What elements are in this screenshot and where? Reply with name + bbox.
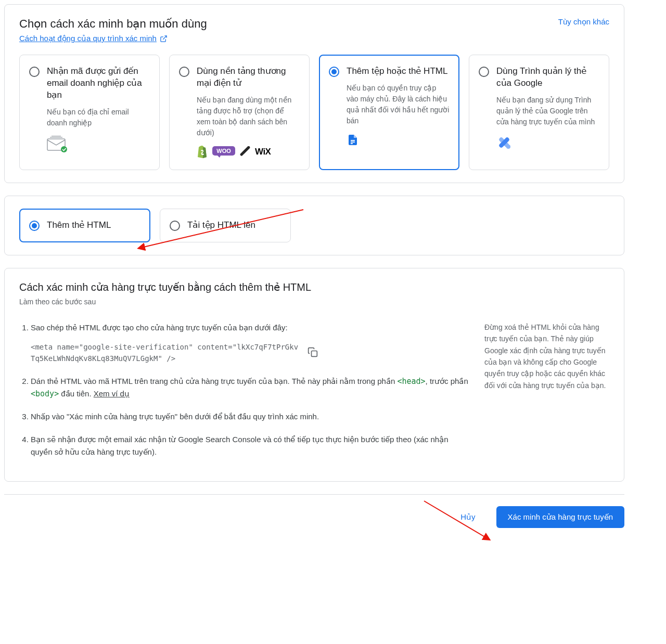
platforms-icons: WOO WiX <box>197 146 300 158</box>
svg-point-13 <box>506 145 510 149</box>
svg-marker-6 <box>217 156 221 158</box>
radio-icon <box>179 67 189 77</box>
option-desc: Nếu bạn đang dùng một nền tảng được hỗ t… <box>197 95 300 138</box>
svg-rect-16 <box>312 351 317 357</box>
sub-option-add-tag[interactable]: Thêm thẻ HTML <box>19 209 150 242</box>
option-desc: Nếu bạn có quyền truy cập vào máy chủ. Đ… <box>347 83 450 126</box>
woo-icon: WOO <box>212 146 235 158</box>
instructions-card: Cách xác minh cửa hàng trực tuyến bằng c… <box>4 268 624 482</box>
meta-tag-code: <meta name="google-site-verification" co… <box>31 341 301 365</box>
card-title: Chọn cách xác minh bạn muốn dùng <box>19 17 207 31</box>
email-image-icon <box>47 136 150 152</box>
option-title: Nhận mã được gửi đến email doanh nghiệp … <box>47 66 150 101</box>
option-title: Thêm tệp hoặc thẻ HTML <box>347 66 447 78</box>
verification-options: Nhận mã được gửi đến email doanh nghiệp … <box>19 55 609 170</box>
radio-icon <box>29 67 40 77</box>
option-title: Dùng Trình quản lý thẻ của Google <box>496 66 599 89</box>
step-1: Sao chép thẻ HTML được tạo cho cửa hàng … <box>31 321 469 365</box>
sub-option-title: Tải tệp HTML lên <box>187 220 255 231</box>
html-sub-options-card: Thêm thẻ HTML Tải tệp HTML lên <box>4 196 624 255</box>
verification-method-card: Chọn cách xác minh bạn muốn dùng Cách ho… <box>4 4 624 183</box>
sub-option-title: Thêm thẻ HTML <box>47 220 111 231</box>
option-html[interactable]: Thêm tệp hoặc thẻ HTML Nếu bạn có quyền … <box>319 55 459 170</box>
how-it-works-link[interactable]: Cách hoạt động của quy trình xác minh <box>19 34 168 43</box>
sub-option-upload-file[interactable]: Tải tệp HTML lên <box>160 209 291 242</box>
svg-text:WOO: WOO <box>216 148 231 154</box>
footer-bar: Hủy Xác minh cửa hàng trực tuyến <box>4 494 624 528</box>
option-desc: Nếu bạn đang sử dụng Trình quản lý thẻ c… <box>496 95 599 127</box>
other-options-link[interactable]: Tùy chọn khác <box>558 17 609 27</box>
instructions-steps: Sao chép thẻ HTML được tạo cho cửa hàng … <box>19 321 469 469</box>
squarespace-icon <box>239 146 251 158</box>
verify-button[interactable]: Xác minh cửa hàng trực tuyến <box>496 506 624 528</box>
instructions-subtitle: Làm theo các bước sau <box>19 298 609 306</box>
cancel-button[interactable]: Hủy <box>454 507 481 527</box>
svg-point-4 <box>61 146 67 152</box>
svg-line-0 <box>163 35 166 39</box>
radio-icon <box>479 67 489 77</box>
option-email[interactable]: Nhận mã được gửi đến email doanh nghiệp … <box>19 55 160 170</box>
step-3: Nhấp vào "Xác minh cửa hàng trực tuyến" … <box>31 410 469 423</box>
radio-icon <box>170 221 180 231</box>
see-example-link[interactable]: Xem ví dụ <box>94 389 130 398</box>
step-2: Dán thẻ HTML vào mã HTML trên trang chủ … <box>31 375 469 400</box>
sub-options: Thêm thẻ HTML Tải tệp HTML lên <box>19 209 609 242</box>
html-file-icon <box>347 134 450 146</box>
body-tag: <body> <box>31 389 59 398</box>
option-gtm[interactable]: Dùng Trình quản lý thẻ của Google Nếu bạ… <box>469 55 609 170</box>
radio-icon <box>329 67 339 77</box>
copy-icon <box>308 347 318 357</box>
gtm-icon <box>496 135 599 150</box>
how-it-works-label: Cách hoạt động của quy trình xác minh <box>19 34 157 43</box>
external-link-icon <box>160 35 168 43</box>
instructions-title: Cách xác minh cửa hàng trực tuyến bằng c… <box>19 281 609 293</box>
option-title: Dùng nền tảng thương mại điện tử <box>197 66 300 89</box>
radio-icon <box>29 221 40 231</box>
instructions-note: Đừng xoá thẻ HTML khỏi cửa hàng trực tuy… <box>484 321 609 469</box>
card-header: Chọn cách xác minh bạn muốn dùng Cách ho… <box>19 17 609 43</box>
wix-icon: WiX <box>255 147 271 157</box>
head-tag: <head> <box>397 377 425 386</box>
step-4: Bạn sẽ nhận được một email xác nhận từ G… <box>31 433 469 458</box>
option-ecommerce[interactable]: Dùng nền tảng thương mại điện tử Nếu bạn… <box>169 55 310 170</box>
option-desc: Nếu bạn có địa chỉ email doanh nghiệp <box>47 107 150 128</box>
shopify-icon <box>197 146 208 158</box>
copy-button[interactable] <box>308 347 319 358</box>
